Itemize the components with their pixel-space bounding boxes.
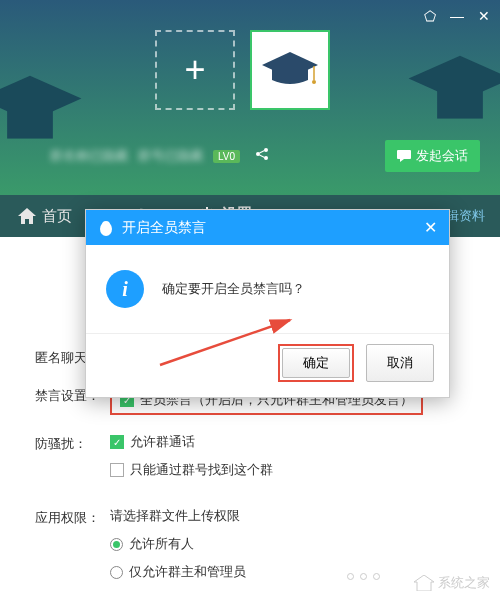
bg-cap-right [400, 50, 500, 130]
perm-radio-admin[interactable] [110, 566, 123, 579]
svg-marker-13 [400, 159, 404, 162]
dialog-body: i 确定要开启全员禁言吗？ [86, 245, 449, 333]
dialog-titlebar: 开启全员禁言 ✕ [86, 210, 449, 245]
allow-call-checkbox[interactable]: ✓ [110, 435, 124, 449]
close-button[interactable]: ✕ [478, 8, 490, 24]
row-anti-harass: 防骚扰： ✓ 允许群通话 只能通过群号找到这个群 [35, 433, 465, 489]
perm-title: 请选择群文件上传权限 [110, 507, 465, 525]
share-icon[interactable] [254, 146, 270, 166]
chat-icon [397, 150, 411, 162]
svg-point-18 [102, 221, 110, 229]
svg-rect-3 [437, 90, 483, 119]
group-name: 群名称已隐藏 [50, 147, 128, 165]
svg-point-6 [312, 80, 316, 84]
graduation-cap-icon [260, 50, 320, 90]
home-icon [18, 208, 36, 224]
group-id: 群号已隐藏 [138, 147, 203, 165]
row-permissions: 应用权限： 请选择群文件上传权限 允许所有人 仅允许群主和管理员 [35, 507, 465, 591]
add-avatar-button[interactable]: + [155, 30, 235, 110]
pagination-dots [347, 573, 380, 580]
cancel-button[interactable]: 取消 [366, 344, 434, 382]
plus-icon: + [184, 49, 205, 91]
anti-harass-label: 防骚扰： [35, 433, 110, 453]
svg-point-8 [264, 148, 268, 152]
start-chat-button[interactable]: 发起会话 [385, 140, 480, 172]
perm-radio-all[interactable] [110, 538, 123, 551]
dialog-close-button[interactable]: ✕ [424, 218, 437, 237]
dot [373, 573, 380, 580]
svg-rect-1 [7, 110, 53, 139]
confirm-dialog: 开启全员禁言 ✕ i 确定要开启全员禁言吗？ 确定 取消 [85, 209, 450, 398]
window-controls: ⬠ — ✕ [424, 8, 490, 24]
penguin-icon [98, 219, 114, 237]
watermark-icon [414, 575, 434, 591]
header-banner: ⬠ — ✕ + 群名称已隐藏 群号已隐藏 LV0 发起会话 [0, 0, 500, 195]
dialog-title-text: 开启全员禁言 [122, 219, 206, 237]
pin-icon[interactable]: ⬠ [424, 8, 436, 24]
svg-marker-21 [414, 575, 434, 591]
perm-opt2-label: 仅允许群主和管理员 [129, 563, 246, 581]
bg-cap-left [0, 70, 90, 150]
find-by-id-label: 只能通过群号找到这个群 [130, 461, 273, 479]
allow-call-label: 允许群通话 [130, 433, 195, 451]
group-info-row: 群名称已隐藏 群号已隐藏 LV0 发起会话 [50, 140, 480, 172]
level-badge: LV0 [213, 150, 240, 163]
svg-point-9 [264, 156, 268, 160]
ok-button[interactable]: 确定 [282, 348, 350, 378]
svg-line-11 [260, 155, 265, 158]
tab-home[interactable]: 首页 [0, 195, 90, 237]
dialog-footer: 确定 取消 [86, 333, 449, 397]
ok-highlight: 确定 [278, 344, 354, 382]
dialog-message: 确定要开启全员禁言吗？ [162, 280, 305, 298]
perm-opt1-label: 允许所有人 [129, 535, 194, 553]
find-by-id-checkbox[interactable] [110, 463, 124, 477]
dot [347, 573, 354, 580]
perm-label: 应用权限： [35, 507, 110, 527]
dot [360, 573, 367, 580]
watermark: 系统之家 [414, 574, 490, 592]
svg-line-10 [260, 151, 265, 154]
avatar-area: + [155, 30, 330, 110]
group-avatar[interactable] [250, 30, 330, 110]
info-icon: i [106, 270, 144, 308]
minimize-button[interactable]: — [450, 8, 464, 24]
svg-marker-14 [18, 208, 36, 224]
svg-rect-12 [397, 150, 411, 159]
